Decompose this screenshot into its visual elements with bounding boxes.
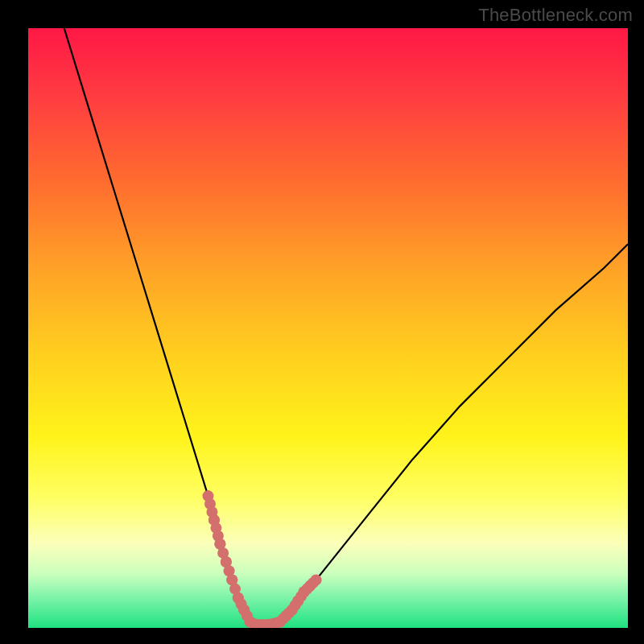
curve-layer bbox=[28, 28, 628, 628]
plot-area bbox=[28, 28, 628, 628]
chart-frame: TheBottleneck.com bbox=[0, 0, 644, 644]
highlight-dot bbox=[311, 574, 322, 585]
highlight-dots bbox=[203, 490, 322, 628]
watermark-text: TheBottleneck.com bbox=[478, 5, 633, 26]
bottleneck-curve bbox=[64, 28, 628, 625]
